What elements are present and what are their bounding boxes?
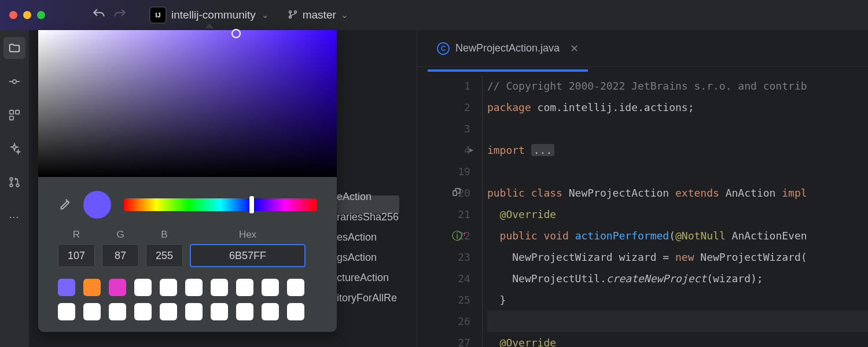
code-line[interactable]: }	[487, 289, 868, 311]
color-swatch[interactable]	[134, 303, 152, 320]
list-item[interactable]: itoryForAllRe	[337, 292, 399, 304]
r-input[interactable]	[58, 244, 95, 267]
project-selector[interactable]: IJ intellij-community ⌄	[150, 8, 269, 23]
color-swatch[interactable]	[58, 279, 75, 296]
current-color-swatch	[83, 191, 111, 219]
color-swatch[interactable]	[58, 303, 75, 320]
code-line[interactable]: public class NewProjectAction extends An…	[487, 182, 868, 204]
override-gutter-icon[interactable]: ⓘ↑	[452, 225, 466, 248]
color-swatch[interactable]	[185, 279, 203, 296]
code-line[interactable]: import ...	[487, 139, 868, 161]
line-number: 27	[417, 332, 470, 347]
structure-tool-button[interactable]	[3, 104, 25, 126]
svg-point-11	[16, 184, 19, 187]
svg-rect-12	[453, 191, 457, 195]
project-name: intellij-community	[171, 9, 256, 21]
line-number: 3	[417, 118, 470, 139]
code-line[interactable]: public void actionPerformed(@NotNull AnA…	[487, 225, 868, 246]
svg-point-2	[294, 10, 296, 13]
code-line[interactable]: NewProjectUtil.createNewProject(wizard);	[487, 268, 868, 289]
line-number: 20	[417, 182, 470, 204]
svg-point-9	[10, 178, 13, 180]
close-tab-icon[interactable]: ✕	[570, 42, 579, 55]
chevron-down-icon: ⌄	[341, 10, 348, 20]
color-swatch[interactable]	[83, 303, 101, 320]
hue-handle[interactable]	[249, 196, 254, 213]
code-line[interactable]: package com.intellij.ide.actions;	[487, 97, 868, 118]
code-area[interactable]: 123▶4192021ⓘ↑222324252627 // Copyright 2…	[417, 67, 868, 347]
branch-name: master	[303, 9, 336, 21]
chevron-down-icon: ⌄	[262, 10, 269, 20]
svg-point-0	[289, 10, 291, 13]
list-item[interactable]: gsAction	[337, 252, 399, 264]
svg-point-10	[10, 184, 13, 187]
color-swatch[interactable]	[262, 279, 279, 296]
color-swatch[interactable]	[160, 279, 177, 296]
color-swatch[interactable]	[109, 303, 126, 320]
r-label: R	[73, 229, 80, 241]
ai-assistant-button[interactable]	[3, 138, 25, 160]
editor-tab-label: NewProjectAction.java	[455, 42, 560, 54]
list-item[interactable]: eAction	[337, 191, 399, 203]
code-line[interactable]	[487, 118, 868, 139]
line-number: ⓘ↑22	[417, 225, 470, 246]
redo-button[interactable]	[112, 7, 127, 24]
color-swatch[interactable]	[109, 279, 126, 296]
branch-icon	[288, 9, 298, 21]
color-swatch[interactable]	[236, 279, 253, 296]
sv-handle[interactable]	[231, 29, 241, 38]
fold-arrow-icon[interactable]: ▶	[469, 139, 473, 161]
color-swatch[interactable]	[160, 303, 177, 320]
color-swatch[interactable]	[211, 303, 228, 320]
window-controls	[9, 11, 45, 19]
branch-selector[interactable]: master ⌄	[288, 9, 348, 21]
color-swatch[interactable]	[236, 303, 253, 320]
implements-gutter-icon[interactable]	[452, 182, 461, 204]
pull-requests-button[interactable]	[3, 171, 25, 193]
gutter: 123▶4192021ⓘ↑222324252627	[417, 75, 482, 347]
code-line[interactable]: @Override	[487, 204, 868, 225]
maximize-window-button[interactable]	[37, 11, 45, 19]
code-body[interactable]: // Copyright 2000-2022 JetBrains s.r.o. …	[482, 75, 868, 347]
color-swatch[interactable]	[185, 303, 203, 320]
color-swatch[interactable]	[287, 279, 304, 296]
titlebar: IJ intellij-community ⌄ master ⌄	[0, 0, 868, 30]
undo-button[interactable]	[91, 7, 106, 24]
line-number: 26	[417, 311, 470, 332]
color-swatch[interactable]	[134, 279, 152, 296]
color-swatch[interactable]	[287, 303, 304, 320]
color-picker-popup: R G B Hex	[38, 30, 337, 332]
color-swatch[interactable]	[211, 279, 228, 296]
minimize-window-button[interactable]	[23, 11, 31, 19]
saturation-value-panel[interactable]	[38, 30, 337, 177]
line-number: ▶4	[417, 139, 470, 161]
svg-rect-6	[10, 110, 13, 114]
hue-slider[interactable]	[124, 198, 317, 211]
code-line[interactable]	[487, 161, 868, 182]
code-line[interactable]	[487, 311, 868, 332]
more-tools-button[interactable]: ⋯	[9, 211, 21, 223]
code-line[interactable]: // Copyright 2000-2022 JetBrains s.r.o. …	[487, 75, 868, 97]
code-line[interactable]: @Override	[487, 332, 868, 347]
color-swatch[interactable]	[262, 303, 279, 320]
eyedropper-button[interactable]	[58, 198, 71, 212]
line-number: 24	[417, 268, 470, 289]
project-tool-button[interactable]	[3, 37, 25, 59]
undo-redo-group	[91, 7, 127, 24]
editor-tab-active[interactable]: C NewProjectAction.java ✕	[428, 36, 588, 61]
hex-input[interactable]	[190, 244, 306, 267]
commit-tool-button[interactable]	[3, 71, 25, 93]
close-window-button[interactable]	[9, 11, 17, 19]
g-input[interactable]	[102, 244, 139, 267]
svg-rect-8	[10, 116, 13, 120]
list-item[interactable]: esAction	[337, 231, 399, 243]
svg-point-3	[13, 80, 16, 83]
color-swatch[interactable]	[83, 279, 101, 296]
line-number: 25	[417, 289, 470, 311]
line-number: 19	[417, 161, 470, 182]
code-line[interactable]: NewProjectWizard wizard = new NewProject…	[487, 246, 868, 268]
list-item[interactable]: ctureAction	[337, 272, 399, 284]
left-tool-stripe: ⋯	[0, 30, 29, 347]
b-input[interactable]	[146, 244, 183, 267]
list-item[interactable]: rariesSha256	[337, 211, 399, 223]
